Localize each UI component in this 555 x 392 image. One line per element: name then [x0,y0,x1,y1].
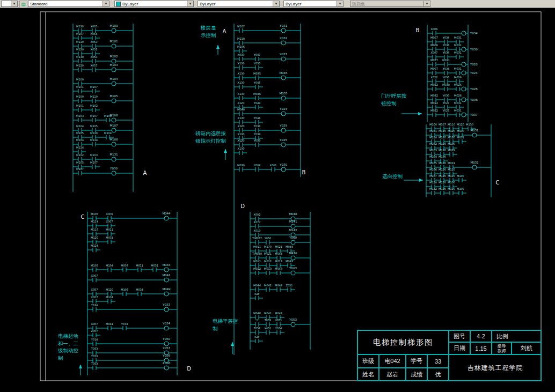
contact-label: X010 [254,229,261,232]
dropdown-arrow-icon[interactable]: ▼ [337,1,343,6]
contact-label: Y014 [91,338,98,341]
contact-label: M101 [76,104,84,107]
contact-label: X050 [91,55,98,58]
contact-label: M120 [106,288,113,291]
style-combo[interactable]: Standard ▼ [28,1,109,7]
contact-label: M115 [91,228,98,231]
contact-label: X051 [275,319,282,322]
contact-label: M170 [264,245,272,248]
contact-label: M107 [90,114,98,117]
coil-label: M045 [279,71,288,75]
contact-label: M104 [429,155,437,158]
color-combo[interactable]: ByLayer ▼ [114,1,194,7]
contact-label: X130 [238,132,245,136]
dropdown-arrow-icon[interactable]: ▼ [273,1,279,6]
coil-label: Y024 [470,71,478,75]
contact-label: M030 [442,83,450,86]
contact-label: M107 [76,167,84,171]
contact-label: M103 [429,149,437,152]
coil-label: Z006 [163,361,171,365]
style-combo-value: Standard [28,2,103,6]
contact-label: M035 [253,72,261,75]
plotstyle-combo: 随颜色 ▼ [350,1,430,7]
contact-label: T052 [253,327,261,330]
contact-label: M044 [275,252,282,255]
class-label: 班级 [357,354,379,368]
contact-label: M031 [448,149,455,152]
contact-label: M104 [76,138,84,142]
coil-label: Y034 [470,32,478,35]
scale-label: 比例 [492,330,542,342]
contact-label: M114 [90,138,98,142]
contact-label: M007 [430,36,438,39]
contact-label: M077 [430,58,438,62]
contact-label: M042 [264,284,272,287]
lineweight-combo[interactable]: ByLayer ▼ [283,1,344,7]
contact-label: M102 [90,104,98,107]
contact-label: M110 [448,174,455,177]
contact-label: M110 [76,40,84,43]
contact-label: Y004 [253,164,261,167]
color-combo-value: ByLayer [121,2,187,6]
contact-label: M120 [439,187,446,190]
dropdown-arrow-icon[interactable]: ▼ [103,1,109,6]
coil-label: M103 [109,63,118,66]
dropdown-arrow-icon[interactable]: ▼ [187,1,193,6]
layer-manager-button[interactable]: ▤ [19,1,27,8]
contact-label: M112 [429,187,437,190]
contact-label: X006 [106,212,113,216]
section-label: B [302,169,306,175]
coil-label: M105 [109,94,118,98]
contact-label: M130 [76,25,84,28]
dropdown-arrow-icon[interactable]: ▼ [11,1,17,6]
annotation-text: 选向控制 [382,173,403,179]
contact-label: M130 [466,123,473,126]
drawing-no-label: 图号 [449,330,470,342]
contact-label: X053 [91,40,98,43]
drawing-title: 电梯控制梯形图 [357,330,449,354]
contact-label: Y033 [121,322,128,326]
contact-label: Y050 [264,236,272,240]
contact-label: X130 [238,81,245,84]
contact-label: M104 [106,264,113,267]
contact-label: M031 [151,264,158,267]
name-value: 赵岩 [379,368,406,381]
contact-label: Y047 [253,53,261,56]
section-label: A [143,170,147,176]
contact-label: K2F [254,292,259,295]
contact-label: M120 [439,181,446,184]
contact-label: M100 [448,181,455,184]
layer-combo[interactable]: ▼ [1,1,18,7]
contact-label: M102 [76,153,84,157]
school-name: 吉林建筑工程学院 [449,354,542,381]
contact-label: M040 [237,108,245,111]
contact-label: M034 [136,288,143,291]
contact-label: M130 [76,55,84,58]
top-toolbar: ▼ ▤ Standard ▼ ByLayer ▼ ByLayer ▼ ByLay… [0,0,555,8]
linetype-combo[interactable]: ByLayer ▼ [198,1,280,7]
contact-label: Y030 [442,76,450,79]
contact-label: M120 [439,136,446,139]
contact-label: T.M077 [252,236,262,240]
contact-label: M104 [104,131,112,135]
annotation-text: 钮控制 [381,100,397,106]
contact-label: M120 [439,142,446,145]
contact-label: M130 [439,149,446,152]
contact-label: M107 [76,32,84,35]
contact-label: T053 [264,319,272,322]
coil-label: Y030 [109,167,118,170]
contact-label: M031 [454,67,462,70]
contact-label: Y044 [253,116,261,120]
contact-label: Y049 [253,101,261,105]
contact-label: M031 [106,236,113,239]
contact-label: M032 [430,94,438,97]
annotation-text: 制 [213,326,218,331]
contact-label: M100 [429,123,437,126]
contact-label: M130 [439,155,446,158]
class-value: 电042 [379,354,406,368]
contact-label: X120 [238,101,245,105]
coil-label: M049 [162,287,171,291]
contact-label: M041 [106,322,113,326]
contact-label: X001 [270,164,277,167]
contact-label: M110 [90,95,98,98]
